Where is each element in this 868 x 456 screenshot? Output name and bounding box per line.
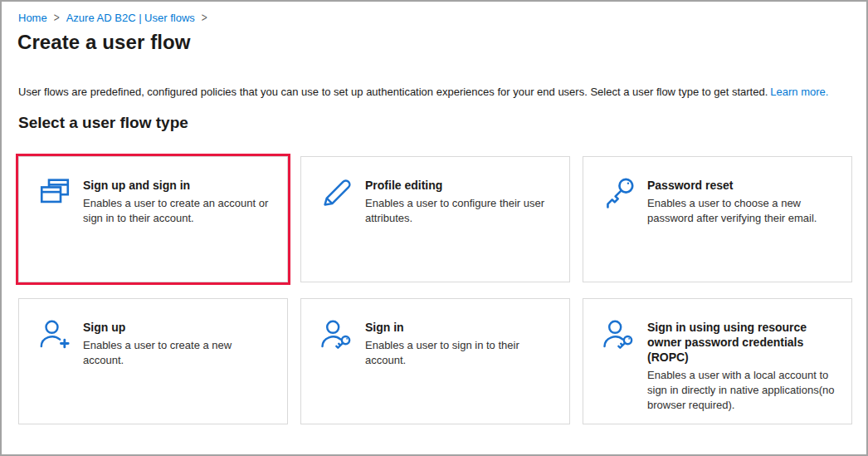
card-text: Sign up and sign in Enables a user to cr… [83, 178, 271, 226]
breadcrumb-link-azure-ad-b2c-user-flows[interactable]: Azure AD B2C | User flows [66, 12, 195, 24]
person-key-icon [319, 317, 354, 352]
breadcrumb-link-home[interactable]: Home [18, 12, 47, 24]
card-text: Sign in Enables a user to sign in to the… [365, 320, 553, 368]
person-add-icon [37, 317, 72, 352]
chevron-right-icon: > [54, 11, 60, 26]
card-title: Sign in using using resource owner passw… [647, 320, 835, 365]
page-description: User flows are predefined, configured po… [18, 86, 849, 99]
browser-windows-icon [37, 175, 72, 210]
user-flow-card-sign-in-using-using-resource-owner-password-credentials-ropc[interactable]: Sign in using using resource owner passw… [583, 298, 852, 424]
card-title: Password reset [647, 178, 835, 193]
card-title: Sign in [365, 320, 553, 335]
page-title: Create a user flow [17, 31, 849, 54]
page-description-text: User flows are predefined, configured po… [18, 86, 768, 98]
chevron-right-icon: > [202, 11, 207, 26]
card-text: Sign in using using resource owner passw… [647, 320, 835, 413]
learn-more-link[interactable]: Learn more. [770, 86, 828, 98]
card-description: Enables a user to sign in to their accou… [365, 338, 553, 368]
user-flow-card-password-reset[interactable]: Password reset Enables a user to choose … [583, 156, 852, 282]
pencil-icon [319, 175, 354, 210]
person-key-icon [602, 317, 636, 352]
user-flow-card-sign-up-and-sign-in[interactable]: Sign up and sign in Enables a user to cr… [18, 156, 288, 282]
card-description: Enables a user to create an account or s… [83, 196, 271, 226]
user-flow-card-profile-editing[interactable]: Profile editing Enables a user to config… [300, 156, 570, 282]
card-text: Profile editing Enables a user to config… [365, 178, 553, 226]
section-heading: Select a user flow type [18, 113, 849, 132]
card-title: Sign up [83, 320, 271, 335]
user-flow-type-grid: Sign up and sign in Enables a user to cr… [18, 156, 849, 424]
card-description: Enables a user to choose a new password … [647, 196, 835, 226]
create-user-flow-page: Home > Azure AD B2C | User flows > Creat… [0, 0, 868, 456]
card-text: Sign up Enables a user to create a new a… [83, 320, 271, 368]
user-flow-card-sign-in[interactable]: Sign in Enables a user to sign in to the… [300, 298, 570, 424]
card-text: Password reset Enables a user to choose … [647, 178, 835, 226]
key-icon [602, 175, 636, 210]
card-title: Sign up and sign in [83, 178, 271, 193]
card-description: Enables a user with a local account to s… [647, 368, 835, 413]
user-flow-card-sign-up[interactable]: Sign up Enables a user to create a new a… [18, 298, 288, 424]
breadcrumb: Home > Azure AD B2C | User flows > [18, 12, 849, 24]
card-description: Enables a user to create a new account. [83, 338, 271, 368]
card-title: Profile editing [365, 178, 553, 193]
card-description: Enables a user to configure their user a… [365, 196, 553, 226]
